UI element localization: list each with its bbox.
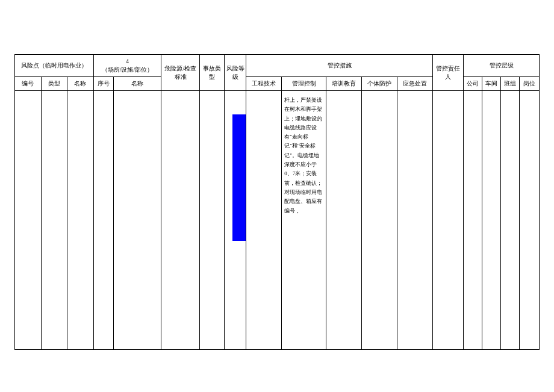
sub-engtech: 工程技术 bbox=[246, 77, 282, 91]
cell-team bbox=[500, 91, 519, 350]
sub-company: 公司 bbox=[464, 77, 482, 91]
cell-name bbox=[67, 91, 94, 350]
sub-type: 类型 bbox=[41, 77, 67, 91]
header-risk-point: 风险点（临时用电作业） bbox=[15, 55, 94, 77]
sub-ppe: 个体防护 bbox=[362, 77, 397, 91]
sub-seq: 序号 bbox=[93, 77, 113, 91]
header-accident: 事故类型 bbox=[200, 55, 225, 91]
sub-no: 编号 bbox=[15, 77, 42, 91]
cell-accident bbox=[200, 91, 225, 350]
cell-training bbox=[326, 91, 362, 350]
cell-responsible bbox=[433, 91, 464, 350]
sub-emergency: 应急处置 bbox=[397, 77, 433, 91]
location-code: 4 bbox=[126, 58, 129, 64]
risk-control-table: 风险点（临时用电作业） 4 （场所/设施/部位） 危险源/检查标准 事故类型 风… bbox=[14, 54, 540, 350]
table-row: 杆上，严禁架设在树木和脚手架上；埋地敷设的电缆线路应设有"走向标记"和"安全标记… bbox=[15, 91, 540, 350]
sub-name2: 名称 bbox=[113, 77, 161, 91]
cell-engtech bbox=[246, 91, 282, 350]
header-hazard: 危险源/检查标准 bbox=[161, 55, 200, 91]
cell-seq bbox=[93, 91, 113, 350]
header-control-measures: 管控措施 bbox=[246, 55, 433, 77]
risk-level-indicator bbox=[232, 114, 246, 241]
cell-mgmtctrl: 杆上，严禁架设在树木和脚手架上；埋地敷设的电缆线路应设有"走向标记"和"安全标记… bbox=[282, 91, 326, 350]
cell-position bbox=[519, 91, 539, 350]
sub-workshop: 车间 bbox=[482, 77, 501, 91]
header-control-level: 管控层级 bbox=[464, 55, 540, 77]
cell-no bbox=[15, 91, 42, 350]
table-container: 风险点（临时用电作业） 4 （场所/设施/部位） 危险源/检查标准 事故类型 风… bbox=[0, 0, 554, 350]
sub-position: 岗位 bbox=[519, 77, 539, 91]
cell-workshop bbox=[482, 91, 501, 350]
cell-type bbox=[41, 91, 67, 350]
sub-team: 班组 bbox=[500, 77, 519, 91]
location-label: （场所/设施/部位） bbox=[102, 66, 154, 73]
header-risk-level: 风险等级 bbox=[225, 55, 246, 91]
header-responsible: 管控责任人 bbox=[433, 55, 464, 91]
sub-training: 培训教育 bbox=[326, 77, 362, 91]
cell-name2 bbox=[113, 91, 161, 350]
sub-mgmtctrl: 管理控制 bbox=[282, 77, 326, 91]
cell-ppe bbox=[362, 91, 397, 350]
header-location: 4 （场所/设施/部位） bbox=[93, 55, 161, 77]
cell-risk-level bbox=[225, 91, 246, 350]
cell-company bbox=[464, 91, 482, 350]
cell-emergency bbox=[397, 91, 433, 350]
sub-name: 名称 bbox=[67, 77, 94, 91]
cell-hazard bbox=[161, 91, 200, 350]
